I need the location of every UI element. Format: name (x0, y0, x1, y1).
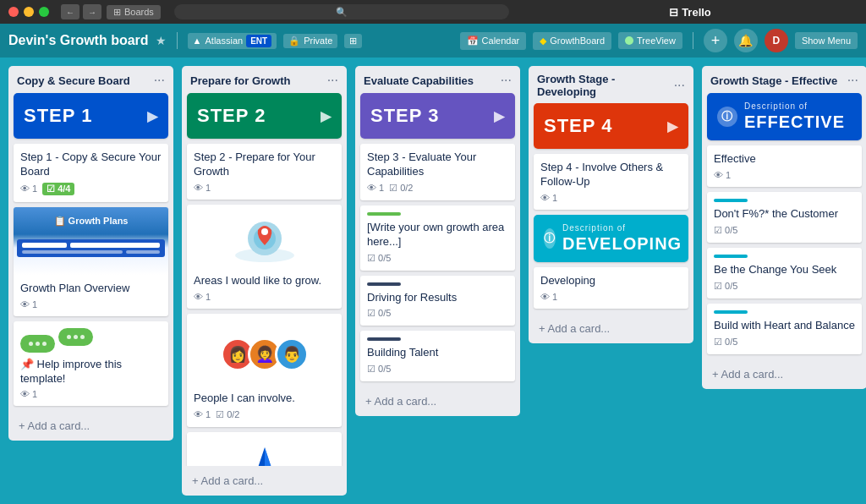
card[interactable]: ⓘ Description of DEVELOPING (534, 215, 688, 262)
notifications-button[interactable]: 🔔 (734, 29, 758, 52)
star-icon[interactable]: ★ (156, 34, 167, 47)
card[interactable]: Step 1 - Copy & Secure Your Board 👁1☑ 4/… (14, 144, 168, 202)
eye-icon: 👁 (714, 170, 723, 180)
card[interactable]: Effective 👁1 (707, 145, 862, 187)
list-more-button[interactable]: ··· (847, 73, 858, 88)
card[interactable]: 📋 Growth Plans Growth P (14, 207, 168, 316)
step-header: STEP 1 ▶ (14, 93, 168, 139)
add-button[interactable]: + (704, 29, 727, 52)
card[interactable]: Alignment with Atlassian's future. 👁1 ☑ … (187, 432, 342, 466)
card[interactable]: STEP 1 ▶ (14, 93, 168, 139)
growthboard-button[interactable]: ◆ GrowthBoard (533, 32, 611, 50)
add-card-button[interactable]: + Add a card... (534, 319, 688, 338)
eye-icon: 👁 (540, 193, 550, 203)
card[interactable]: Build with Heart and Balance ☑ 0/5 (707, 304, 862, 354)
card-image (194, 211, 335, 271)
card[interactable]: STEP 4 ▶ (534, 103, 688, 149)
list-more-button[interactable]: ··· (154, 73, 165, 88)
card[interactable]: ⓘ Description of EFFECTIVE (707, 93, 862, 140)
address-bar[interactable]: 🔍 (174, 4, 509, 19)
color-tag (367, 212, 401, 216)
desc-label: EFFECTIVE (744, 112, 845, 131)
close-window-btn[interactable] (8, 7, 19, 17)
watch-count: 👁1 (540, 193, 557, 203)
card[interactable]: Driving for Results ☑ 0/5 (360, 276, 515, 326)
card[interactable]: 📌 Help improve this template! 👁1 (14, 321, 168, 407)
show-menu-button[interactable]: Show Menu (795, 32, 858, 49)
atlassian-icon: ▲ (193, 36, 202, 46)
list-more-button[interactable]: ··· (327, 73, 338, 88)
info-icon: ⓘ (544, 228, 556, 249)
visibility-badge[interactable]: 🔒 Private (283, 34, 337, 48)
add-card-button[interactable]: + Add a card... (707, 364, 862, 384)
avatar[interactable]: D (765, 29, 788, 52)
info-icon: ⓘ (717, 107, 737, 127)
list-more-button[interactable]: ··· (501, 73, 512, 88)
nav-right: 📅 Calendar ◆ GrowthBoard TreeView + 🔔 D … (460, 29, 858, 52)
card-meta: 👁1 (194, 292, 335, 302)
boards-button[interactable]: ⊞ Boards (107, 5, 161, 19)
workspace-badge[interactable]: ▲ Atlassian ENT (188, 33, 277, 49)
card-title: Step 4 - Involve Others & Follow-Up (540, 161, 682, 189)
card-meta: ☑ 0/5 (367, 364, 508, 375)
list-more-button[interactable]: ··· (674, 78, 685, 93)
card[interactable]: 👩 👩‍🦱 👨 People I can involve. 👁1 ☑ 0/2 (187, 314, 342, 427)
add-card-button[interactable]: + Add a card... (14, 416, 168, 436)
card[interactable]: Be the Change You Seek ☑ 0/5 (707, 248, 862, 299)
board-icon-badge[interactable]: ⊞ (344, 34, 362, 48)
maximize-window-btn[interactable] (39, 7, 49, 17)
add-card-button[interactable]: + Add a card... (187, 471, 342, 490)
card-meta: ☑ 0/5 (714, 281, 855, 292)
add-card-button[interactable]: + Add a card... (360, 392, 515, 411)
step-label: STEP 1 (24, 105, 92, 127)
card-title: Step 1 - Copy & Secure Your Board (20, 151, 162, 179)
calendar-button[interactable]: 📅 Calendar (460, 32, 527, 50)
list-header: Growth Stage - Developing ··· (529, 66, 693, 103)
color-tag (714, 310, 748, 314)
treeview-button[interactable]: TreeView (618, 32, 682, 49)
card[interactable]: STEP 3 ▶ (360, 93, 515, 139)
card[interactable]: Step 3 - Evaluate Your Capabilities 👁1☑ … (360, 144, 515, 200)
list-growth-developing: Growth Stage - Developing ··· STEP 4 ▶ S… (529, 66, 693, 343)
watch-count: 👁1 (20, 299, 37, 310)
card[interactable]: Areas I would like to grow. 👁1 (187, 205, 342, 309)
list-header: Prepare for Growth ··· (182, 66, 347, 93)
board-icon: ⊞ (349, 36, 357, 47)
color-tag (714, 255, 748, 258)
growthboard-label: GrowthBoard (550, 36, 605, 46)
card-meta: 👁1 (194, 183, 335, 193)
list-header: Copy & Secure Board ··· (8, 66, 173, 93)
lock-icon: 🔒 (288, 36, 300, 47)
list-title: Growth Stage - Developing (537, 73, 674, 98)
list-body: STEP 1 ▶ Step 1 - Copy & Secure Your Boa… (8, 93, 173, 411)
card[interactable]: [Write your own growth area here...] ☑ 0… (360, 205, 515, 271)
list-body: STEP 4 ▶ Step 4 - Involve Others & Follo… (529, 103, 693, 314)
card[interactable]: Building Talent ☑ 0/5 (360, 331, 515, 381)
checklist-badge: ☑ 0/5 (367, 364, 391, 375)
card[interactable]: Step 2 - Prepare for Your Growth 👁1 (187, 144, 342, 200)
browser-title: ⊟ Trello (669, 6, 711, 19)
card[interactable]: Don't F%?* the Customer ☑ 0/5 (707, 192, 862, 243)
card[interactable]: Step 4 - Involve Others & Follow-Up 👁1 (534, 154, 688, 210)
grid-icon: ⊞ (113, 7, 121, 18)
watch-count: 👁1 (194, 292, 211, 302)
svg-point-3 (261, 228, 268, 235)
back-button[interactable]: ← (61, 4, 79, 19)
card[interactable]: STEP 2 ▶ (187, 93, 342, 139)
list-growth-effective: Growth Stage - Effective ··· ⓘ Descripti… (702, 66, 866, 389)
play-icon: ▶ (321, 108, 332, 124)
eye-icon: 👁 (194, 409, 203, 419)
desc-subtitle: Description of (562, 223, 682, 233)
card-title: Step 2 - Prepare for Your Growth (194, 151, 335, 179)
forward-button[interactable]: → (83, 4, 101, 19)
card-title: Step 3 - Evaluate Your Capabilities (367, 151, 508, 179)
card[interactable]: Developing 👁1 (534, 267, 688, 309)
card-meta: 👁1 (540, 193, 682, 203)
nav-divider-2 (693, 32, 693, 49)
card-meta: ☑ 0/5 (714, 225, 855, 236)
minimize-window-btn[interactable] (24, 7, 34, 17)
desc-subtitle: Description of (744, 101, 845, 111)
play-icon: ▶ (667, 118, 678, 134)
diamond-icon: ◆ (540, 36, 546, 47)
card-title: Areas I would like to grow. (194, 274, 335, 288)
